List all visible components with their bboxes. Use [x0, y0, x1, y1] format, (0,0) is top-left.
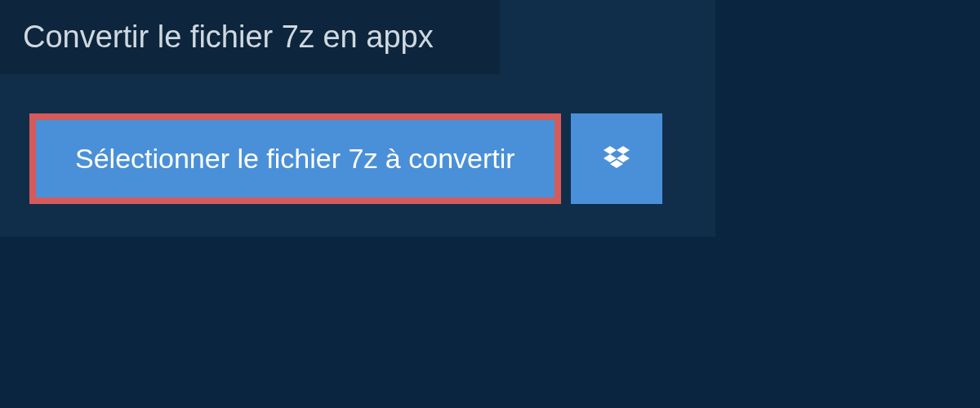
dropbox-button[interactable] — [571, 113, 662, 204]
select-file-label: Sélectionner le fichier 7z à convertir — [75, 143, 515, 175]
converter-panel: Convertir le fichier 7z en appx Sélectio… — [0, 0, 715, 237]
button-row: Sélectionner le fichier 7z à convertir — [29, 113, 715, 204]
title-bar: Convertir le fichier 7z en appx — [0, 0, 500, 74]
dropbox-icon — [600, 143, 633, 175]
page-title: Convertir le fichier 7z en appx — [23, 20, 477, 55]
select-file-button[interactable]: Sélectionner le fichier 7z à convertir — [29, 113, 561, 204]
